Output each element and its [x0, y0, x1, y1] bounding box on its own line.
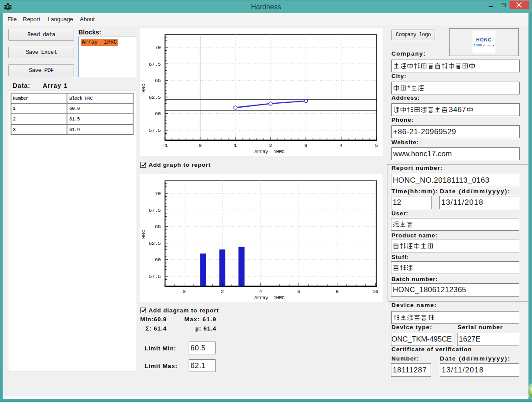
svg-text:Array 1HRC: Array 1HRC — [254, 149, 285, 154]
svg-text:65: 65 — [155, 224, 161, 229]
svg-text:HRC: HRC — [141, 84, 146, 93]
svg-text:3: 3 — [305, 143, 308, 148]
svg-text:60: 60 — [155, 111, 161, 116]
svg-text:70: 70 — [155, 191, 161, 196]
svg-text:62.5: 62.5 — [149, 94, 161, 100]
svg-text:67.5: 67.5 — [149, 61, 161, 67]
svg-text:57.5: 57.5 — [149, 128, 161, 133]
svg-text:60: 60 — [155, 257, 161, 263]
svg-text:57.5: 57.5 — [149, 274, 161, 279]
svg-text:8: 8 — [335, 289, 339, 294]
svg-text:67.5: 67.5 — [149, 207, 161, 213]
svg-text:2: 2 — [269, 143, 272, 148]
svg-text:70: 70 — [155, 45, 161, 50]
svg-text:65: 65 — [155, 78, 161, 83]
svg-text:4: 4 — [340, 143, 343, 148]
svg-text:2: 2 — [221, 289, 224, 294]
svg-text:1: 1 — [234, 143, 237, 148]
svg-text:0: 0 — [182, 289, 186, 294]
svg-text:5: 5 — [375, 143, 378, 148]
svg-text:Array 1HRC: Array 1HRC — [254, 295, 285, 301]
svg-text:HRC: HRC — [141, 230, 146, 239]
svg-text:4: 4 — [259, 289, 262, 294]
svg-text:0: 0 — [199, 143, 202, 148]
svg-text:-1: -1 — [162, 143, 168, 148]
svg-text:6: 6 — [298, 289, 301, 294]
svg-text:10: 10 — [372, 289, 379, 294]
svg-text:62.5: 62.5 — [149, 240, 161, 246]
